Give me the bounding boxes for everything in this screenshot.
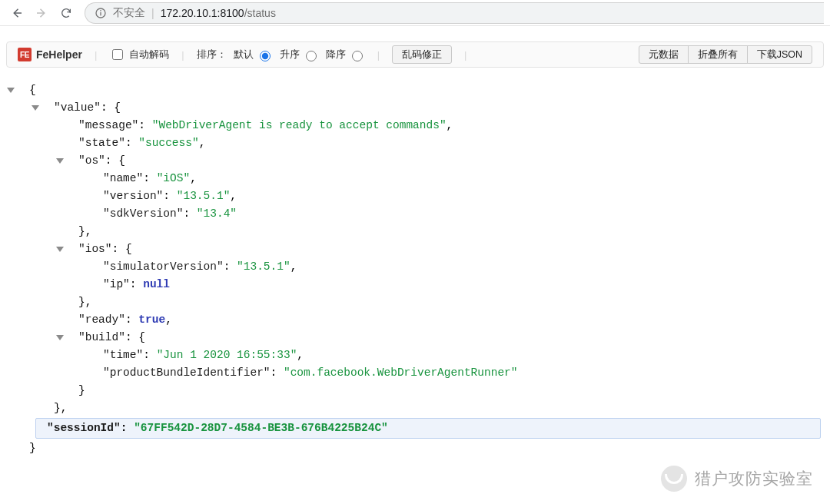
json-line[interactable]: "build": {: [5, 329, 830, 346]
wechat-icon: [661, 466, 687, 492]
sort-default-radio[interactable]: [260, 51, 271, 61]
auto-decode-label: 自动解码: [129, 48, 169, 61]
address-bar[interactable]: 不安全 | 172.20.10.1:8100/status: [85, 2, 824, 24]
toolbar-divider: |: [377, 49, 380, 61]
sort-group: 排序： 默认 升序 降序: [197, 48, 365, 61]
watermark-text: 猎户攻防实验室: [695, 468, 813, 489]
right-button-group: 元数据 折叠所有 下载JSON: [639, 45, 812, 64]
json-line[interactable]: "simulatorVersion": "13.5.1",: [5, 258, 830, 276]
auto-decode-checkbox[interactable]: 自动解码: [109, 47, 169, 62]
forward-button[interactable]: [31, 2, 52, 24]
json-line[interactable]: "os": {: [5, 152, 830, 170]
sort-label: 排序：: [197, 48, 227, 61]
url: 172.20.10.1:8100/status: [161, 7, 276, 19]
json-line[interactable]: }: [5, 382, 830, 400]
sort-desc[interactable]: 降序: [326, 48, 365, 61]
reload-button[interactable]: [55, 2, 77, 24]
json-line[interactable]: "name": "iOS",: [5, 170, 830, 187]
disclosure-icon[interactable]: [7, 88, 15, 93]
json-line[interactable]: "version": "13.5.1",: [5, 187, 830, 205]
disclosure-icon[interactable]: [32, 105, 39, 111]
sort-desc-radio[interactable]: [352, 51, 363, 61]
fehelper-badge-icon: FE: [18, 48, 32, 61]
arrow-right-icon: [35, 6, 48, 20]
json-line[interactable]: "sdkVersion": "13.4": [5, 205, 830, 223]
json-line[interactable]: "state": "success",: [5, 134, 830, 152]
json-line[interactable]: "ip": null: [5, 276, 830, 293]
json-viewer: { "value": { "message": "WebDriverAgent …: [0, 68, 830, 457]
fehelper-brand: FeHelper: [36, 48, 82, 61]
metadata-button[interactable]: 元数据: [639, 45, 689, 64]
disclosure-icon[interactable]: [56, 335, 64, 340]
sort-asc-radio[interactable]: [306, 51, 317, 61]
toolbar-divider: |: [181, 49, 184, 61]
toolbar-divider: |: [95, 49, 97, 61]
json-line[interactable]: "ios": {: [5, 240, 830, 258]
json-line[interactable]: },: [5, 223, 830, 240]
collapse-all-button[interactable]: 折叠所有: [688, 45, 748, 64]
fehelper-logo[interactable]: FE FeHelper: [18, 48, 82, 61]
json-line[interactable]: }: [5, 439, 830, 457]
json-line[interactable]: },: [5, 400, 830, 417]
json-line[interactable]: "message": "WebDriverAgent is ready to a…: [5, 117, 830, 134]
highlighted-json-line[interactable]: "sessionId": "67FF542D-28D7-4584-BE3B-67…: [35, 418, 821, 439]
json-line[interactable]: "productBundleIdentifier": "com.facebook…: [5, 364, 830, 382]
disclosure-icon[interactable]: [56, 158, 64, 164]
download-json-button[interactable]: 下载JSON: [747, 45, 812, 64]
auto-decode-input[interactable]: [112, 49, 123, 60]
info-icon: [95, 7, 107, 19]
toolbar-divider: |: [464, 49, 466, 61]
sort-default[interactable]: 默认: [234, 48, 273, 61]
svg-rect-1: [100, 12, 101, 15]
reload-icon: [60, 7, 72, 19]
json-line[interactable]: },: [5, 293, 830, 311]
sort-asc[interactable]: 升序: [280, 48, 319, 61]
svg-rect-2: [100, 10, 101, 11]
insecure-label: 不安全: [113, 6, 145, 20]
watermark: 猎户攻防实验室: [661, 466, 813, 492]
disclosure-icon[interactable]: [56, 247, 64, 252]
fix-encoding-button[interactable]: 乱码修正: [392, 45, 452, 64]
fehelper-toolbar: FE FeHelper | 自动解码 | 排序： 默认 升序 降序 | 乱码修正…: [6, 41, 824, 68]
separator: |: [151, 7, 154, 19]
arrow-left-icon: [10, 6, 24, 20]
json-line[interactable]: {: [5, 81, 830, 99]
browser-chrome: 不安全 | 172.20.10.1:8100/status: [0, 0, 830, 26]
back-button[interactable]: [6, 2, 28, 24]
json-line[interactable]: "value": {: [5, 99, 830, 117]
json-line[interactable]: "time": "Jun 1 2020 16:55:33",: [5, 346, 830, 364]
json-line[interactable]: "ready": true,: [5, 311, 830, 329]
